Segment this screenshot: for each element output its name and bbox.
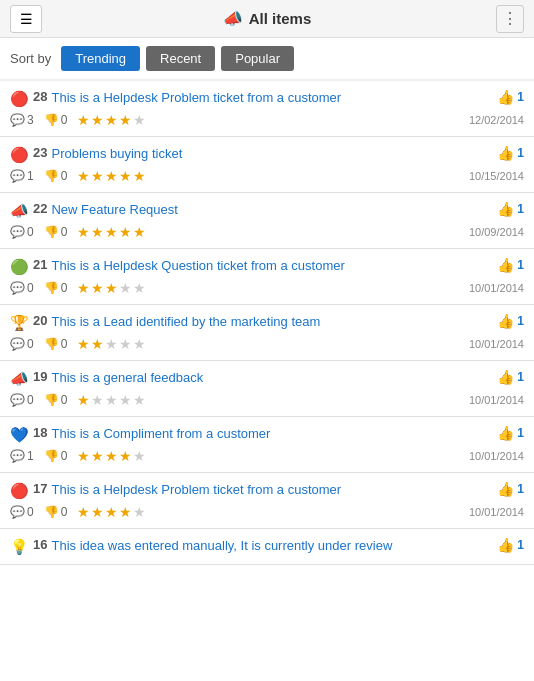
item-date: 10/15/2014 xyxy=(469,170,524,182)
thumb-meta: 👎 0 xyxy=(44,337,68,351)
star-icon: ★ xyxy=(77,280,90,296)
stars-area: ★★★★★ xyxy=(77,392,146,408)
comment-icon: 💬 xyxy=(10,113,25,127)
like-area: 👍 1 xyxy=(497,145,524,161)
like-count: 1 xyxy=(517,258,524,272)
thumb-count: 0 xyxy=(61,393,68,407)
item-number: 28 xyxy=(33,89,47,104)
star-icon: ★ xyxy=(119,504,132,520)
like-area: 👍 1 xyxy=(497,481,524,497)
star-icon: ★ xyxy=(77,392,90,408)
item-row2: 💬 0 👎 0 ★★★★★ 10/01/2014 xyxy=(10,280,524,296)
item-title[interactable]: This is a Helpdesk Question ticket from … xyxy=(51,257,344,275)
thumb-icon: 👎 xyxy=(44,169,59,183)
comment-count: 0 xyxy=(27,225,34,239)
list-item[interactable]: 🔴 28 This is a Helpdesk Problem ticket f… xyxy=(0,81,534,137)
item-title[interactable]: New Feature Request xyxy=(51,201,177,219)
sort-popular-button[interactable]: Popular xyxy=(221,46,294,71)
item-row1: 📣 19 This is a general feedback 👍 1 xyxy=(10,369,524,388)
star-icon: ★ xyxy=(91,224,104,240)
item-title[interactable]: This is a Helpdesk Problem ticket from a… xyxy=(51,481,341,499)
like-area: 👍 1 xyxy=(497,201,524,217)
item-row1: 🔴 17 This is a Helpdesk Problem ticket f… xyxy=(10,481,524,500)
item-row1: 💙 18 This is a Compliment from a custome… xyxy=(10,425,524,444)
item-title[interactable]: This idea was entered manually, It is cu… xyxy=(51,537,392,555)
item-title-area: 🔴 23 Problems buying ticket xyxy=(10,145,489,164)
item-row1: 🔴 28 This is a Helpdesk Problem ticket f… xyxy=(10,89,524,108)
stars-area: ★★★★★ xyxy=(77,168,146,184)
thumb-icon: 👎 xyxy=(44,281,59,295)
stars-area: ★★★★★ xyxy=(77,112,146,128)
like-icon: 👍 xyxy=(497,369,514,385)
star-icon: ★ xyxy=(77,112,90,128)
comment-icon: 💬 xyxy=(10,505,25,519)
like-area: 👍 1 xyxy=(497,425,524,441)
comment-count: 1 xyxy=(27,169,34,183)
comment-meta: 💬 0 xyxy=(10,393,34,407)
item-row1: 🟢 21 This is a Helpdesk Question ticket … xyxy=(10,257,524,276)
comment-count: 0 xyxy=(27,505,34,519)
list-item[interactable]: 💙 18 This is a Compliment from a custome… xyxy=(0,417,534,473)
star-icon: ★ xyxy=(133,112,146,128)
item-date: 10/01/2014 xyxy=(469,450,524,462)
item-number: 20 xyxy=(33,313,47,328)
item-row2: 💬 0 👎 0 ★★★★★ 10/01/2014 xyxy=(10,504,524,520)
star-icon: ★ xyxy=(119,112,132,128)
like-icon: 👍 xyxy=(497,201,514,217)
sort-bar: Sort by Trending Recent Popular xyxy=(0,38,534,80)
item-type-icon: 📣 xyxy=(10,370,29,388)
like-count: 1 xyxy=(517,202,524,216)
app-header: ☰ 📣 All items ⋮ xyxy=(0,0,534,38)
star-icon: ★ xyxy=(133,448,146,464)
item-title-area: 📣 19 This is a general feedback xyxy=(10,369,489,388)
page-title: All items xyxy=(249,10,312,27)
list-item[interactable]: 🏆 20 This is a Lead identified by the ma… xyxy=(0,305,534,361)
item-title[interactable]: This is a general feedback xyxy=(51,369,203,387)
comment-icon: 💬 xyxy=(10,393,25,407)
list-item[interactable]: 📣 19 This is a general feedback 👍 1 💬 0 xyxy=(0,361,534,417)
comment-icon: 💬 xyxy=(10,449,25,463)
item-title[interactable]: Problems buying ticket xyxy=(51,145,182,163)
item-row2: 💬 1 👎 0 ★★★★★ 10/15/2014 xyxy=(10,168,524,184)
star-icon: ★ xyxy=(77,168,90,184)
more-icon: ⋮ xyxy=(502,9,518,28)
like-count: 1 xyxy=(517,90,524,104)
item-title[interactable]: This is a Helpdesk Problem ticket from a… xyxy=(51,89,341,107)
like-count: 1 xyxy=(517,314,524,328)
list-item[interactable]: 💡 16 This idea was entered manually, It … xyxy=(0,529,534,565)
item-date: 12/02/2014 xyxy=(469,114,524,126)
comment-icon: 💬 xyxy=(10,281,25,295)
item-title[interactable]: This is a Compliment from a customer xyxy=(51,425,270,443)
item-meta: 💬 0 👎 0 ★★★★★ xyxy=(10,280,146,296)
item-meta: 💬 0 👎 0 ★★★★★ xyxy=(10,392,146,408)
thumb-meta: 👎 0 xyxy=(44,225,68,239)
item-title[interactable]: This is a Lead identified by the marketi… xyxy=(51,313,320,331)
thumb-icon: 👎 xyxy=(44,225,59,239)
sort-label: Sort by xyxy=(10,51,51,66)
star-icon: ★ xyxy=(105,168,118,184)
item-title-area: 🏆 20 This is a Lead identified by the ma… xyxy=(10,313,489,332)
item-type-icon: 🏆 xyxy=(10,314,29,332)
list-item[interactable]: 🟢 21 This is a Helpdesk Question ticket … xyxy=(0,249,534,305)
star-icon: ★ xyxy=(133,168,146,184)
list-item[interactable]: 🔴 23 Problems buying ticket 👍 1 💬 1 👎 xyxy=(0,137,534,193)
more-options-button[interactable]: ⋮ xyxy=(496,5,524,33)
hamburger-button[interactable]: ☰ xyxy=(10,5,42,33)
item-row2: 💬 0 👎 0 ★★★★★ 10/09/2014 xyxy=(10,224,524,240)
like-count: 1 xyxy=(517,538,524,552)
sort-recent-button[interactable]: Recent xyxy=(146,46,215,71)
star-icon: ★ xyxy=(133,224,146,240)
stars-area: ★★★★★ xyxy=(77,336,146,352)
item-title-area: 🟢 21 This is a Helpdesk Question ticket … xyxy=(10,257,489,276)
sort-trending-button[interactable]: Trending xyxy=(61,46,140,71)
star-icon: ★ xyxy=(119,336,132,352)
item-title-area: 💙 18 This is a Compliment from a custome… xyxy=(10,425,489,444)
star-icon: ★ xyxy=(105,504,118,520)
list-item[interactable]: 🔴 17 This is a Helpdesk Problem ticket f… xyxy=(0,473,534,529)
stars-area: ★★★★★ xyxy=(77,280,146,296)
comment-count: 3 xyxy=(27,113,34,127)
comment-meta: 💬 1 xyxy=(10,169,34,183)
like-area: 👍 1 xyxy=(497,369,524,385)
like-icon: 👍 xyxy=(497,145,514,161)
list-item[interactable]: 📣 22 New Feature Request 👍 1 💬 0 👎 xyxy=(0,193,534,249)
